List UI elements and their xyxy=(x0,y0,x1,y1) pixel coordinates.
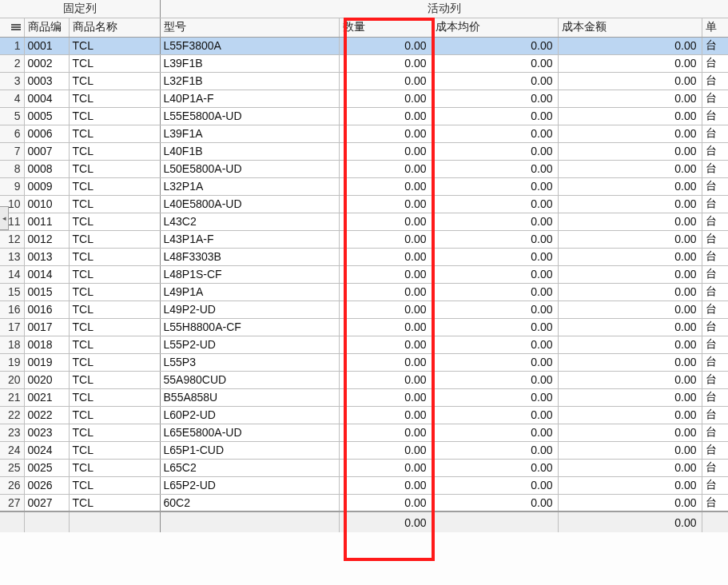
row-number[interactable]: 24 xyxy=(0,441,24,459)
cell-name[interactable]: TCL xyxy=(69,37,160,54)
cell-model[interactable]: L32F1B xyxy=(160,72,339,90)
cell-name[interactable]: TCL xyxy=(69,125,160,142)
cell-qty[interactable]: 0.00 xyxy=(339,318,432,336)
cell-code[interactable]: 0001 xyxy=(24,37,69,54)
cell-amount[interactable]: 0.00 xyxy=(558,318,702,336)
table-row[interactable]: 130013TCLL48F3303B0.000.000.00台 xyxy=(0,248,728,265)
table-row[interactable]: 50005TCLL55E5800A-UD0.000.000.00台 xyxy=(0,107,728,125)
table-row[interactable]: 240024TCLL65P1-CUD0.000.000.00台 xyxy=(0,441,728,459)
cell-code[interactable]: 0016 xyxy=(24,300,69,318)
cell-price[interactable]: 0.00 xyxy=(432,142,558,160)
cell-qty[interactable]: 0.00 xyxy=(339,54,432,72)
cell-code[interactable]: 0024 xyxy=(24,441,69,459)
cell-model[interactable]: L50E5800A-UD xyxy=(160,160,339,177)
cell-qty[interactable]: 0.00 xyxy=(339,300,432,318)
cell-code[interactable]: 0013 xyxy=(24,248,69,265)
table-row[interactable]: 210021TCLB55A858U0.000.000.00台 xyxy=(0,388,728,406)
cell-unit[interactable]: 台 xyxy=(702,90,728,107)
cell-name[interactable]: TCL xyxy=(69,300,160,318)
cell-qty[interactable]: 0.00 xyxy=(339,371,432,388)
cell-model[interactable]: L39F1A xyxy=(160,125,339,142)
cell-code[interactable]: 0002 xyxy=(24,54,69,72)
table-row[interactable]: 140014TCLL48P1S-CF0.000.000.00台 xyxy=(0,265,728,283)
cell-code[interactable]: 0023 xyxy=(24,424,69,441)
cell-amount[interactable]: 0.00 xyxy=(558,265,702,283)
cell-model[interactable]: L65P2-UD xyxy=(160,476,339,494)
cell-price[interactable]: 0.00 xyxy=(432,125,558,142)
cell-amount[interactable]: 0.00 xyxy=(558,248,702,265)
cell-code[interactable]: 0017 xyxy=(24,318,69,336)
cell-name[interactable]: TCL xyxy=(69,90,160,107)
cell-name[interactable]: TCL xyxy=(69,406,160,424)
cell-qty[interactable]: 0.00 xyxy=(339,494,432,511)
cell-code[interactable]: 0018 xyxy=(24,336,69,353)
cell-price[interactable]: 0.00 xyxy=(432,72,558,90)
cell-code[interactable]: 0027 xyxy=(24,494,69,511)
cell-name[interactable]: TCL xyxy=(69,195,160,213)
cell-name[interactable]: TCL xyxy=(69,177,160,195)
cell-code[interactable]: 0006 xyxy=(24,125,69,142)
cell-name[interactable]: TCL xyxy=(69,476,160,494)
table-row[interactable]: 250025TCLL65C20.000.000.00台 xyxy=(0,459,728,476)
cell-unit[interactable]: 台 xyxy=(702,177,728,195)
cell-code[interactable]: 0010 xyxy=(24,195,69,213)
cell-name[interactable]: TCL xyxy=(69,424,160,441)
row-handle-header[interactable] xyxy=(0,18,24,37)
row-number[interactable]: 3 xyxy=(0,72,24,90)
cell-amount[interactable]: 0.00 xyxy=(558,494,702,511)
cell-model[interactable]: 55A980CUD xyxy=(160,371,339,388)
cell-qty[interactable]: 0.00 xyxy=(339,388,432,406)
cell-amount[interactable]: 0.00 xyxy=(558,125,702,142)
cell-qty[interactable]: 0.00 xyxy=(339,336,432,353)
cell-price[interactable]: 0.00 xyxy=(432,406,558,424)
cell-name[interactable]: TCL xyxy=(69,230,160,248)
cell-code[interactable]: 0021 xyxy=(24,388,69,406)
cell-unit[interactable]: 台 xyxy=(702,318,728,336)
cell-amount[interactable]: 0.00 xyxy=(558,371,702,388)
table-row[interactable]: 20002TCLL39F1B0.000.000.00台 xyxy=(0,54,728,72)
cell-model[interactable]: L65E5800A-UD xyxy=(160,424,339,441)
row-number[interactable]: 2 xyxy=(0,54,24,72)
cell-model[interactable]: L65P1-CUD xyxy=(160,441,339,459)
col-header-amount[interactable]: 成本金额 xyxy=(558,18,702,37)
cell-price[interactable]: 0.00 xyxy=(432,90,558,107)
table-row[interactable]: 160016TCLL49P2-UD0.000.000.00台 xyxy=(0,300,728,318)
cell-amount[interactable]: 0.00 xyxy=(558,72,702,90)
cell-code[interactable]: 0011 xyxy=(24,213,69,230)
row-number[interactable]: 16 xyxy=(0,300,24,318)
cell-qty[interactable]: 0.00 xyxy=(339,248,432,265)
col-header-code[interactable]: 商品编 xyxy=(24,18,69,37)
col-header-price[interactable]: 成本均价 xyxy=(432,18,558,37)
cell-name[interactable]: TCL xyxy=(69,336,160,353)
cell-unit[interactable]: 台 xyxy=(702,353,728,371)
cell-price[interactable]: 0.00 xyxy=(432,353,558,371)
cell-model[interactable]: L48P1S-CF xyxy=(160,265,339,283)
cell-qty[interactable]: 0.00 xyxy=(339,476,432,494)
row-number[interactable]: 20 xyxy=(0,371,24,388)
table-row[interactable]: 180018TCLL55P2-UD0.000.000.00台 xyxy=(0,336,728,353)
cell-amount[interactable]: 0.00 xyxy=(558,54,702,72)
cell-unit[interactable]: 台 xyxy=(702,107,728,125)
cell-unit[interactable]: 台 xyxy=(702,476,728,494)
cell-name[interactable]: TCL xyxy=(69,265,160,283)
cell-code[interactable]: 0022 xyxy=(24,406,69,424)
cell-name[interactable]: TCL xyxy=(69,318,160,336)
cell-model[interactable]: L55P3 xyxy=(160,353,339,371)
cell-amount[interactable]: 0.00 xyxy=(558,388,702,406)
cell-price[interactable]: 0.00 xyxy=(432,160,558,177)
cell-amount[interactable]: 0.00 xyxy=(558,336,702,353)
cell-code[interactable]: 0012 xyxy=(24,230,69,248)
table-row[interactable]: 10001TCLL55F3800A0.000.000.00台 xyxy=(0,37,728,54)
cell-model[interactable]: L49P2-UD xyxy=(160,300,339,318)
cell-qty[interactable]: 0.00 xyxy=(339,213,432,230)
cell-price[interactable]: 0.00 xyxy=(432,371,558,388)
cell-price[interactable]: 0.00 xyxy=(432,248,558,265)
cell-amount[interactable]: 0.00 xyxy=(558,476,702,494)
row-number[interactable]: 9 xyxy=(0,177,24,195)
cell-unit[interactable]: 台 xyxy=(702,54,728,72)
cell-amount[interactable]: 0.00 xyxy=(558,300,702,318)
cell-name[interactable]: TCL xyxy=(69,459,160,476)
row-number[interactable]: 17 xyxy=(0,318,24,336)
cell-code[interactable]: 0019 xyxy=(24,353,69,371)
cell-amount[interactable]: 0.00 xyxy=(558,441,702,459)
